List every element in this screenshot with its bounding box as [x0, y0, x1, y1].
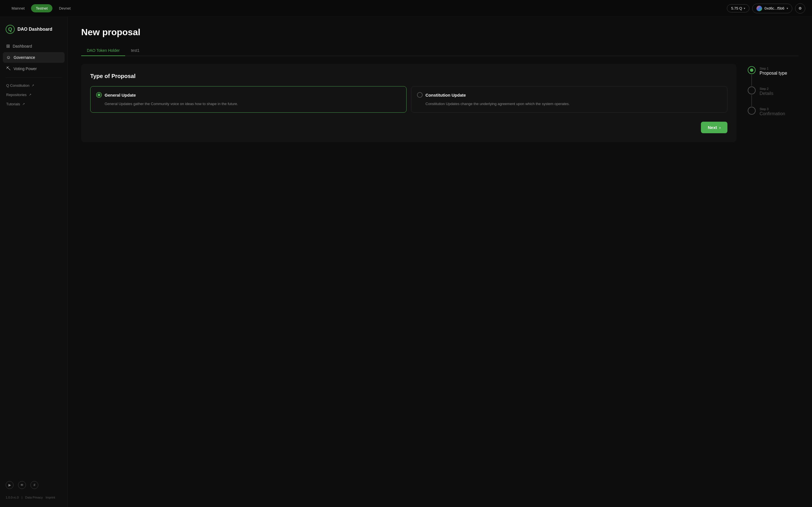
step-connector-2 [748, 87, 756, 107]
sidebar-nav: ⊞ Dashboard ☺ Governance ⛏ Voting Power [0, 41, 67, 74]
radio-constitution-update [417, 92, 423, 98]
sidebar-label-repositories: Repositories [6, 93, 27, 97]
app-title: DAO Dashboard [17, 27, 52, 32]
step-label-2: Step 2 [760, 87, 773, 91]
step-line-2 [751, 95, 752, 106]
data-privacy-link[interactable]: Data Privacy [25, 496, 43, 499]
app-body: Q DAO Dashboard ⊞ Dashboard ☺ Governance… [0, 17, 812, 507]
page-title: New proposal [81, 27, 799, 38]
settings-button[interactable]: ⚙ [795, 3, 805, 13]
step-name-3: Confirmation [760, 111, 785, 116]
sidebar-label-voting-power: Voting Power [13, 66, 37, 71]
sidebar-label-governance: Governance [13, 55, 35, 60]
proposal-card-title: Type of Proposal [90, 73, 727, 79]
governance-icon: ☺ [6, 55, 11, 60]
footer-separator: | [21, 496, 22, 499]
sidebar-item-governance[interactable]: ☺ Governance [3, 52, 64, 63]
topbar-left: Mainnet Testnet Devnet [7, 4, 75, 12]
proposal-type-constitution-desc: Constitution Updates change the underlyi… [417, 101, 721, 107]
tab-bar: DAO Token Holder test1 [81, 45, 799, 56]
next-button[interactable]: Next › [701, 122, 727, 133]
network-tabs: Mainnet Testnet Devnet [7, 4, 75, 12]
sidebar: Q DAO Dashboard ⊞ Dashboard ☺ Governance… [0, 17, 68, 507]
proposal-card: Type of Proposal General Update General … [81, 64, 737, 142]
stepper: Step 1 Proposal type Step 2 Details [748, 64, 799, 116]
proposal-type-general-update[interactable]: General Update General Updates gather th… [90, 86, 407, 113]
wallet-button[interactable]: 0xd6c...f5b6 ▾ [752, 4, 792, 13]
logo-icon: Q [6, 25, 15, 34]
sidebar-footer: 1.0.0-rc.0 | Data Privacy Imprint [0, 492, 67, 503]
network-tab-testnet[interactable]: Testnet [31, 4, 52, 12]
step-item-confirmation: Step 3 Confirmation [748, 107, 799, 116]
step-label-1: Step 1 [760, 67, 787, 70]
proposal-actions: Next › [90, 122, 727, 133]
proposal-type-constitution-name: Constitution Update [425, 93, 466, 98]
network-tab-mainnet[interactable]: Mainnet [7, 4, 29, 12]
radio-inner-icon [98, 94, 100, 96]
external-link-icon: ↗ [22, 102, 25, 106]
proposal-type-constitution-header: Constitution Update [417, 92, 721, 98]
sidebar-label-dashboard: Dashboard [13, 44, 32, 48]
version-label: 1.0.0-rc.0 [6, 496, 18, 499]
tab-test1[interactable]: test1 [125, 45, 145, 56]
sidebar-logo: Q DAO Dashboard [0, 21, 67, 41]
wallet-address: 0xd6c...f5b6 [764, 6, 784, 10]
chevron-down-icon: ▾ [786, 7, 788, 10]
proposal-types: General Update General Updates gather th… [90, 86, 727, 113]
proposal-layout: Type of Proposal General Update General … [81, 64, 799, 142]
step-circle-3 [748, 107, 756, 115]
sidebar-bottom-icons: ▶ 👁 # [0, 478, 67, 492]
sidebar-item-tutorials[interactable]: Tutorials ↗ [3, 100, 64, 108]
main-content: New proposal DAO Token Holder test1 Type… [68, 17, 812, 507]
hash-icon[interactable]: # [31, 481, 38, 489]
step-name-2: Details [760, 91, 773, 96]
wallet-avatar-icon [756, 6, 762, 11]
sidebar-divider [6, 77, 62, 78]
topbar: Mainnet Testnet Devnet 5.75 Q ▾ 0xd6c...… [0, 0, 812, 17]
network-tab-devnet[interactable]: Devnet [54, 4, 75, 12]
external-link-icon: ↗ [29, 93, 31, 97]
step-line-1 [751, 75, 752, 86]
sidebar-item-repositories[interactable]: Repositories ↗ [3, 91, 64, 99]
chevron-right-icon: › [719, 125, 721, 130]
step-item-details: Step 2 Details [748, 87, 799, 107]
imprint-link[interactable]: Imprint [46, 496, 55, 499]
eye-icon[interactable]: 👁 [18, 481, 26, 489]
balance-value: 5.75 Q [731, 6, 742, 10]
proposal-type-constitution-update[interactable]: Constitution Update Constitution Updates… [411, 86, 727, 113]
balance-button[interactable]: 5.75 Q ▾ [727, 4, 749, 12]
sidebar-item-dashboard[interactable]: ⊞ Dashboard [3, 41, 64, 52]
sidebar-external-links: Q Constitution ↗ Repositories ↗ Tutorial… [0, 81, 67, 108]
sidebar-label-tutorials: Tutorials [6, 102, 20, 106]
topbar-right: 5.75 Q ▾ 0xd6c...f5b6 ▾ ⚙ [727, 3, 805, 13]
step-info-3: Step 3 Confirmation [760, 107, 785, 116]
step-name-1: Proposal type [760, 71, 787, 76]
external-link-icon: ↗ [32, 83, 34, 87]
step-circle-2 [748, 87, 756, 94]
sidebar-item-voting-power[interactable]: ⛏ Voting Power [3, 63, 64, 74]
sidebar-item-q-constitution[interactable]: Q Constitution ↗ [3, 81, 64, 90]
step-item-proposal-type: Step 1 Proposal type [748, 66, 799, 87]
step-label-3: Step 3 [760, 107, 785, 111]
proposal-type-general-name: General Update [105, 93, 136, 98]
radio-general-update [96, 92, 102, 98]
step-connector-1 [748, 66, 756, 87]
proposal-type-general-desc: General Updates gather the Community voi… [96, 101, 401, 107]
dashboard-icon: ⊞ [6, 43, 10, 49]
step-connector-3 [748, 107, 756, 115]
proposal-type-general-header: General Update [96, 92, 401, 98]
chevron-down-icon: ▾ [744, 7, 745, 10]
gear-icon: ⚙ [799, 6, 802, 10]
voting-power-icon: ⛏ [6, 66, 11, 71]
step-info-1: Step 1 Proposal type [760, 66, 787, 76]
play-icon[interactable]: ▶ [6, 481, 13, 489]
next-button-label: Next [708, 125, 717, 130]
step-info-2: Step 2 Details [760, 87, 773, 96]
step-circle-1 [748, 66, 756, 74]
sidebar-label-q-constitution: Q Constitution [6, 83, 29, 88]
tab-dao-token-holder[interactable]: DAO Token Holder [81, 45, 125, 56]
